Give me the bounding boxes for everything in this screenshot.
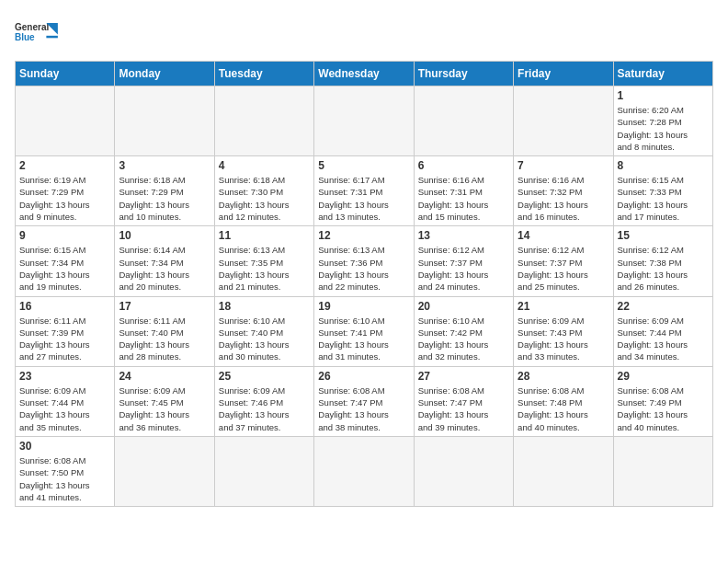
calendar-cell: 8Sunrise: 6:15 AMSunset: 7:33 PMDaylight… xyxy=(613,156,712,226)
day-info: Sunrise: 6:12 AMSunset: 7:37 PMDaylight:… xyxy=(518,244,609,293)
day-number: 26 xyxy=(318,370,409,383)
day-number: 12 xyxy=(318,229,409,242)
day-info: Sunrise: 6:17 AMSunset: 7:31 PMDaylight:… xyxy=(318,174,409,223)
calendar-cell: 12Sunrise: 6:13 AMSunset: 7:36 PMDayligh… xyxy=(314,226,414,296)
calendar-cell: 28Sunrise: 6:08 AMSunset: 7:48 PMDayligh… xyxy=(514,366,613,436)
day-number: 18 xyxy=(219,300,310,313)
day-info: Sunrise: 6:08 AMSunset: 7:49 PMDaylight:… xyxy=(618,385,709,433)
logo-svg: General Blue xyxy=(15,15,61,52)
calendar-cell: 10Sunrise: 6:14 AMSunset: 7:34 PMDayligh… xyxy=(115,226,214,296)
day-number: 4 xyxy=(219,159,310,172)
logo-icon: General Blue xyxy=(15,15,61,52)
day-info: Sunrise: 6:11 AMSunset: 7:39 PMDaylight:… xyxy=(19,315,110,363)
calendar-cell: 2Sunrise: 6:19 AMSunset: 7:29 PMDaylight… xyxy=(16,156,115,226)
calendar-cell: 7Sunrise: 6:16 AMSunset: 7:32 PMDaylight… xyxy=(514,156,613,226)
calendar-cell xyxy=(115,86,214,156)
weekday-header: Sunday xyxy=(16,62,115,86)
calendar-cell: 3Sunrise: 6:18 AMSunset: 7:29 PMDaylight… xyxy=(115,156,214,226)
day-info: Sunrise: 6:08 AMSunset: 7:48 PMDaylight:… xyxy=(518,385,609,433)
svg-text:Blue: Blue xyxy=(15,32,35,42)
page-header: General Blue xyxy=(15,15,713,52)
calendar-cell: 23Sunrise: 6:09 AMSunset: 7:44 PMDayligh… xyxy=(16,366,115,436)
calendar-cell: 11Sunrise: 6:13 AMSunset: 7:35 PMDayligh… xyxy=(214,226,313,296)
calendar-cell xyxy=(414,436,513,506)
day-number: 9 xyxy=(19,229,110,242)
calendar-cell: 16Sunrise: 6:11 AMSunset: 7:39 PMDayligh… xyxy=(16,296,115,366)
calendar-cell: 4Sunrise: 6:18 AMSunset: 7:30 PMDaylight… xyxy=(214,156,313,226)
calendar-cell: 6Sunrise: 6:16 AMSunset: 7:31 PMDaylight… xyxy=(414,156,513,226)
weekday-header: Monday xyxy=(115,62,214,86)
day-number: 29 xyxy=(618,370,709,383)
weekday-header: Wednesday xyxy=(314,62,414,86)
calendar-cell: 24Sunrise: 6:09 AMSunset: 7:45 PMDayligh… xyxy=(115,366,214,436)
day-info: Sunrise: 6:10 AMSunset: 7:42 PMDaylight:… xyxy=(418,315,509,363)
calendar-cell xyxy=(16,86,115,156)
day-number: 2 xyxy=(19,159,110,172)
calendar-cell xyxy=(613,436,712,506)
calendar-cell xyxy=(514,86,613,156)
calendar-cell: 30Sunrise: 6:08 AMSunset: 7:50 PMDayligh… xyxy=(16,436,115,506)
weekday-header: Tuesday xyxy=(214,62,313,86)
day-number: 5 xyxy=(318,159,409,172)
calendar-cell: 14Sunrise: 6:12 AMSunset: 7:37 PMDayligh… xyxy=(514,226,613,296)
day-info: Sunrise: 6:08 AMSunset: 7:47 PMDaylight:… xyxy=(418,385,509,433)
day-info: Sunrise: 6:15 AMSunset: 7:34 PMDaylight:… xyxy=(19,244,110,293)
svg-text:General: General xyxy=(15,22,49,32)
day-number: 3 xyxy=(119,159,210,172)
calendar-cell: 5Sunrise: 6:17 AMSunset: 7:31 PMDaylight… xyxy=(314,156,414,226)
day-info: Sunrise: 6:18 AMSunset: 7:30 PMDaylight:… xyxy=(219,174,310,223)
calendar-cell: 26Sunrise: 6:08 AMSunset: 7:47 PMDayligh… xyxy=(314,366,414,436)
day-info: Sunrise: 6:20 AMSunset: 7:28 PMDaylight:… xyxy=(618,104,709,153)
day-info: Sunrise: 6:18 AMSunset: 7:29 PMDaylight:… xyxy=(119,174,210,223)
day-number: 24 xyxy=(119,370,210,383)
day-number: 23 xyxy=(19,370,110,383)
day-number: 6 xyxy=(418,159,509,172)
day-info: Sunrise: 6:13 AMSunset: 7:36 PMDaylight:… xyxy=(318,244,409,293)
day-number: 22 xyxy=(618,300,709,313)
day-info: Sunrise: 6:10 AMSunset: 7:40 PMDaylight:… xyxy=(219,315,310,363)
day-info: Sunrise: 6:09 AMSunset: 7:44 PMDaylight:… xyxy=(19,385,110,433)
calendar-cell xyxy=(214,86,313,156)
day-number: 30 xyxy=(19,440,110,453)
calendar-cell: 13Sunrise: 6:12 AMSunset: 7:37 PMDayligh… xyxy=(414,226,513,296)
calendar-cell: 9Sunrise: 6:15 AMSunset: 7:34 PMDaylight… xyxy=(16,226,115,296)
day-info: Sunrise: 6:08 AMSunset: 7:50 PMDaylight:… xyxy=(19,454,110,503)
day-info: Sunrise: 6:10 AMSunset: 7:41 PMDaylight:… xyxy=(318,315,409,363)
calendar-cell xyxy=(514,436,613,506)
day-info: Sunrise: 6:09 AMSunset: 7:44 PMDaylight:… xyxy=(618,315,709,363)
day-number: 21 xyxy=(518,300,609,313)
weekday-header: Friday xyxy=(514,62,613,86)
svg-rect-3 xyxy=(46,36,58,39)
calendar-cell xyxy=(214,436,313,506)
day-info: Sunrise: 6:15 AMSunset: 7:33 PMDaylight:… xyxy=(618,174,709,223)
day-info: Sunrise: 6:16 AMSunset: 7:32 PMDaylight:… xyxy=(518,174,609,223)
logo: General Blue xyxy=(15,15,61,52)
day-info: Sunrise: 6:16 AMSunset: 7:31 PMDaylight:… xyxy=(418,174,509,223)
day-info: Sunrise: 6:19 AMSunset: 7:29 PMDaylight:… xyxy=(19,174,110,223)
calendar-cell: 18Sunrise: 6:10 AMSunset: 7:40 PMDayligh… xyxy=(214,296,313,366)
calendar-cell: 19Sunrise: 6:10 AMSunset: 7:41 PMDayligh… xyxy=(314,296,414,366)
day-info: Sunrise: 6:09 AMSunset: 7:45 PMDaylight:… xyxy=(119,385,210,433)
calendar-table: SundayMondayTuesdayWednesdayThursdayFrid… xyxy=(15,61,713,507)
calendar-cell: 15Sunrise: 6:12 AMSunset: 7:38 PMDayligh… xyxy=(613,226,712,296)
day-info: Sunrise: 6:09 AMSunset: 7:46 PMDaylight:… xyxy=(219,385,310,433)
day-number: 1 xyxy=(618,89,709,102)
day-info: Sunrise: 6:09 AMSunset: 7:43 PMDaylight:… xyxy=(518,315,609,363)
calendar-cell: 17Sunrise: 6:11 AMSunset: 7:40 PMDayligh… xyxy=(115,296,214,366)
calendar-cell: 1Sunrise: 6:20 AMSunset: 7:28 PMDaylight… xyxy=(613,86,712,156)
day-number: 13 xyxy=(418,229,509,242)
weekday-header: Saturday xyxy=(613,62,712,86)
day-info: Sunrise: 6:12 AMSunset: 7:37 PMDaylight:… xyxy=(418,244,509,293)
day-number: 11 xyxy=(219,229,310,242)
day-number: 15 xyxy=(618,229,709,242)
calendar-cell xyxy=(414,86,513,156)
day-number: 25 xyxy=(219,370,310,383)
calendar-cell: 25Sunrise: 6:09 AMSunset: 7:46 PMDayligh… xyxy=(214,366,313,436)
calendar-cell: 22Sunrise: 6:09 AMSunset: 7:44 PMDayligh… xyxy=(613,296,712,366)
day-info: Sunrise: 6:11 AMSunset: 7:40 PMDaylight:… xyxy=(119,315,210,363)
day-number: 16 xyxy=(19,300,110,313)
calendar-cell: 21Sunrise: 6:09 AMSunset: 7:43 PMDayligh… xyxy=(514,296,613,366)
day-number: 19 xyxy=(318,300,409,313)
calendar-cell xyxy=(115,436,214,506)
day-info: Sunrise: 6:08 AMSunset: 7:47 PMDaylight:… xyxy=(318,385,409,433)
